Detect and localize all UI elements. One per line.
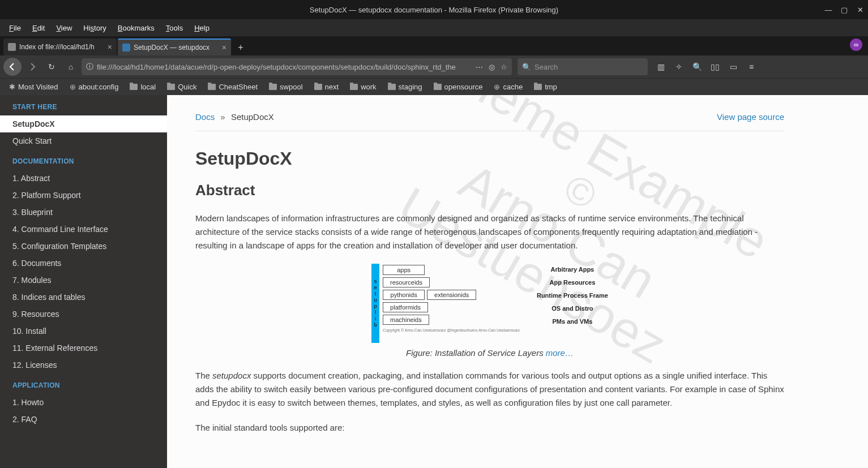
doc-sidebar: START HERE SetupDocX Quick Start DOCUMEN… <box>0 95 167 468</box>
folder-icon <box>208 84 216 90</box>
sidebar-item-abstract[interactable]: 1. Abstract <box>0 170 167 187</box>
shield-icon[interactable]: ◎ <box>489 63 495 71</box>
folder-icon <box>314 84 322 90</box>
window-title: SetupDocX — setupdocx documentation - Mo… <box>310 6 558 14</box>
sidebar-caption-start: START HERE <box>0 95 167 115</box>
nav-toolbar: ↻ ⌂ ⓘ file:///local/hd1/home1/data/acue/… <box>0 55 868 78</box>
library-star-icon[interactable]: ✧ <box>673 62 685 71</box>
folder-icon <box>388 84 396 90</box>
find-icon[interactable]: 🔍 <box>691 62 703 71</box>
diagram-copyright: Copyright © Arno-Can Uestuensoez @Ingeni… <box>383 328 520 332</box>
diagram-side-label: setuplib <box>371 264 379 343</box>
bookmark-staging[interactable]: staging <box>383 81 427 92</box>
sidebar-item-resources[interactable]: 9. Resources <box>0 306 167 323</box>
breadcrumb-current: SetupDocX <box>231 112 274 122</box>
url-text: file:///local/hd1/home1/data/acue/rd/p-o… <box>97 63 472 71</box>
sidebar-item-documents[interactable]: 6. Documents <box>0 255 167 272</box>
file-icon <box>8 43 16 51</box>
menu-edit[interactable]: Edit <box>27 22 50 35</box>
sidebar-item-modules[interactable]: 7. Modules <box>0 272 167 289</box>
abstract-p2: The setupdocx supports document creation… <box>195 369 784 410</box>
breadcrumb-root[interactable]: Docs <box>195 112 215 122</box>
bookmark-quick[interactable]: Quick <box>163 81 201 92</box>
bookmark-about-config[interactable]: ⊕about:config <box>65 81 123 92</box>
globe-icon: ⊕ <box>70 83 76 91</box>
folder-icon <box>130 84 138 90</box>
sidebar-item-install[interactable]: 10. Install <box>0 323 167 340</box>
bookmark-swpool[interactable]: swpool <box>264 81 307 92</box>
home-button[interactable]: ⌂ <box>62 58 79 75</box>
bookmark-work[interactable]: work <box>345 81 380 92</box>
bookmark-local[interactable]: local <box>125 81 160 92</box>
abstract-p1: Modern landscapes of information infrast… <box>195 212 784 252</box>
section-abstract: Abstract <box>195 182 784 199</box>
sidebar-item-platform[interactable]: 2. Platform Support <box>0 187 167 204</box>
menu-history[interactable]: History <box>78 22 112 35</box>
breadcrumb: Docs » SetupDocX View page source <box>195 112 784 131</box>
sidebar-item-licenses[interactable]: 12. Licenses <box>0 357 167 373</box>
sidebar-item-config-templates[interactable]: 5. Configuration Templates <box>0 238 167 255</box>
forward-button[interactable] <box>24 58 41 75</box>
figure-more-link[interactable]: more… <box>546 348 574 358</box>
url-bar[interactable]: ⓘ file:///local/hd1/home1/data/acue/rd/p… <box>82 58 512 75</box>
figure-caption: Figure: Installation of Service Layers <box>406 348 544 358</box>
sidebar-item-setupdocx[interactable]: SetupDocX <box>0 115 167 132</box>
folder-icon <box>434 84 442 90</box>
close-button[interactable]: ✕ <box>856 6 865 14</box>
sidebar-item-indices[interactable]: 8. Indices and tables <box>0 289 167 306</box>
bookmark-next[interactable]: next <box>310 81 344 92</box>
menu-file[interactable]: File <box>3 22 27 35</box>
menu-tools[interactable]: Tools <box>160 22 189 35</box>
maximize-button[interactable]: ▢ <box>840 6 849 14</box>
bookmark-cheatsheet[interactable]: CheatSheet <box>203 81 262 92</box>
private-browsing-icon: ∞ <box>850 38 862 51</box>
search-placeholder: Search <box>535 63 558 71</box>
sidebar-icon[interactable]: ▥ <box>655 62 667 71</box>
sidebar-item-external[interactable]: 11. External References <box>0 340 167 357</box>
reload-button[interactable]: ↻ <box>43 58 60 75</box>
bookmark-bar: ✱Most Visited ⊕about:config local Quick … <box>0 78 868 95</box>
page-title: SetupDocX <box>195 148 784 169</box>
view-page-source[interactable]: View page source <box>717 112 784 122</box>
star-icon[interactable]: ☆ <box>501 63 507 71</box>
content-area: START HERE SetupDocX Quick Start DOCUMEN… <box>0 95 868 468</box>
main-document: Theme Example © Arno Can Uestuensoez Doc… <box>167 95 868 468</box>
sidebar-caption-documentation: DOCUMENTATION <box>0 149 167 170</box>
search-box[interactable]: 🔍 Search <box>518 58 648 75</box>
sidebar-caption-application: APPLICATION <box>0 373 167 394</box>
close-icon[interactable]: × <box>222 43 226 52</box>
folder-icon <box>167 84 175 90</box>
info-icon[interactable]: ⓘ <box>86 62 93 72</box>
sidebar-item-howto[interactable]: 1. Howto <box>0 394 167 411</box>
minimize-button[interactable]: — <box>824 6 833 14</box>
breadcrumb-sep: » <box>220 112 225 122</box>
menubar: File Edit View History Bookmarks Tools H… <box>0 19 868 36</box>
search-icon: 🔍 <box>522 63 531 71</box>
bookmark-opensource[interactable]: opensource <box>429 81 488 92</box>
sidebar-item-faq[interactable]: 2. FAQ <box>0 411 167 428</box>
close-icon[interactable]: × <box>108 42 112 51</box>
menu-icon[interactable]: ≡ <box>745 62 758 71</box>
window-titlebar: SetupDocX — setupdocx documentation - Mo… <box>0 0 868 19</box>
gear-icon: ✱ <box>9 83 15 91</box>
menu-bookmarks[interactable]: Bookmarks <box>112 22 160 35</box>
bookmark-most-visited[interactable]: ✱Most Visited <box>5 81 63 92</box>
tab-index[interactable]: Index of file:///local/hd1/h × <box>3 38 117 55</box>
sidebar-item-cli[interactable]: 4. Command Line Interface <box>0 221 167 238</box>
globe-icon: ⊕ <box>494 83 500 91</box>
menu-view[interactable]: View <box>50 22 78 35</box>
download-icon[interactable]: ▭ <box>727 62 739 71</box>
more-icon[interactable]: ⋯ <box>476 63 483 71</box>
figure-service-layers: setuplib apps resourceids pythonidsexten… <box>195 264 784 358</box>
back-button[interactable] <box>3 58 22 76</box>
menu-help[interactable]: Help <box>189 22 215 35</box>
library-icon[interactable]: ▯▯ <box>709 62 721 71</box>
new-tab-button[interactable]: + <box>232 40 249 55</box>
bookmark-tmp[interactable]: tmp <box>529 81 562 92</box>
sidebar-item-quickstart[interactable]: Quick Start <box>0 132 167 149</box>
tab-setupdocx[interactable]: SetupDocX — setupdocx × <box>118 38 231 55</box>
tab-strip: Index of file:///local/hd1/h × SetupDocX… <box>0 36 868 55</box>
bookmark-cache[interactable]: ⊕cache <box>489 81 527 92</box>
sidebar-item-blueprint[interactable]: 3. Blueprint <box>0 204 167 221</box>
folder-icon <box>269 84 277 90</box>
